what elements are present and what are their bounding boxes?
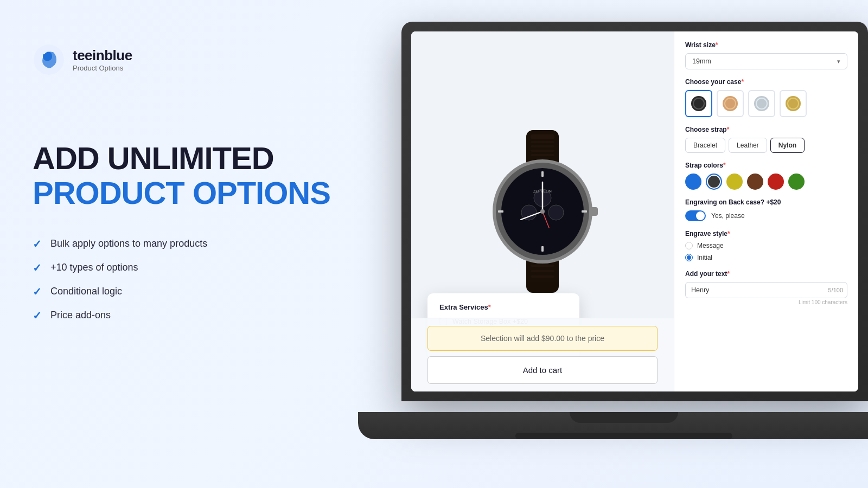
strap-label: Choose strap* [685, 126, 847, 133]
strap-colors-section: Strap colors* [685, 162, 847, 190]
options-panel: Wrist size* 19mm ▾ Choose your case* [674, 31, 858, 391]
wrist-size-value: 19mm [692, 57, 711, 65]
engraving-toggle[interactable] [685, 210, 706, 221]
case-label: Choose your case* [685, 78, 847, 86]
strap-section: Choose strap* Bracelet Leather Nylon [685, 126, 847, 153]
case-swatch-silver[interactable] [748, 90, 775, 117]
color-dot-red[interactable] [768, 174, 784, 190]
toggle-label: Yes, please [711, 212, 745, 220]
laptop-stand [515, 433, 732, 439]
svg-rect-4 [531, 145, 554, 147]
logo-icon [33, 43, 65, 76]
features-list: ✓ Bulk apply options to many products ✓ … [33, 237, 336, 322]
required-star: * [488, 303, 491, 311]
left-panel: teeinblue Product Options ADD UNLIMITED … [33, 43, 336, 322]
strap-btn-leather[interactable]: Leather [729, 138, 767, 153]
engrave-style-label: Engrave style* [685, 230, 847, 237]
check-icon: ✓ [33, 285, 42, 298]
feature-text: Bulk apply options to many products [50, 238, 207, 249]
color-dot-brown[interactable] [747, 174, 763, 190]
laptop-base [358, 412, 868, 439]
strap-color-row [685, 174, 847, 190]
radio-message[interactable]: Message [685, 242, 847, 249]
logo-area: teeinblue Product Options [33, 43, 336, 76]
svg-rect-26 [590, 207, 598, 216]
case-swatch-black[interactable] [685, 90, 712, 117]
svg-rect-3 [531, 141, 554, 143]
svg-point-16 [521, 205, 537, 220]
headline-line1: ADD UNLIMITED [33, 141, 336, 176]
toggle-knob [696, 211, 705, 220]
feature-text: Conditional logic [50, 286, 122, 297]
laptop-notch [570, 412, 678, 423]
headline-line2: PRODUCT OPTIONS [33, 176, 336, 210]
color-dot-green[interactable] [788, 174, 805, 190]
chevron-down-icon: ▾ [837, 58, 840, 65]
svg-rect-6 [531, 154, 554, 156]
svg-rect-20 [498, 210, 503, 213]
list-item: ✓ Conditional logic [33, 285, 336, 298]
toggle-row: Yes, please [685, 210, 847, 221]
check-icon: ✓ [33, 237, 42, 251]
engrave-style-section: Engrave style* Message Initial [685, 230, 847, 261]
svg-rect-18 [541, 171, 544, 177]
strap-btn-nylon[interactable]: Nylon [770, 138, 805, 153]
case-swatch-rose-gold[interactable] [717, 90, 744, 117]
engraving-label: Engraving on Back case? +$20 [685, 198, 847, 206]
bottom-actions: Selection will add $90.00 to the price A… [411, 318, 674, 391]
wrist-size-section: Wrist size* 19mm ▾ [685, 41, 847, 69]
radio-circle-initial[interactable] [685, 254, 693, 261]
engraving-section: Engraving on Back case? +$20 Yes, please [685, 198, 847, 221]
watch-image: ZEPPELIN [467, 125, 618, 298]
logo-title: teeinblue [73, 47, 132, 64]
strap-btn-bracelet[interactable]: Bracelet [685, 138, 725, 153]
case-swatch-row [685, 90, 847, 117]
laptop-screen-inner: ZEPPELIN Extra Services* Watch Storage B… [411, 31, 858, 391]
wrist-size-dropdown[interactable]: 19mm ▾ [685, 53, 847, 69]
svg-rect-5 [531, 150, 554, 152]
case-section: Choose your case* [685, 78, 847, 117]
svg-rect-21 [582, 210, 587, 213]
engrave-style-radio-group: Message Initial [685, 242, 847, 261]
char-limit: Limit 100 characters [685, 299, 847, 305]
check-icon: ✓ [33, 309, 42, 322]
laptop-screen-outer: ZEPPELIN Extra Services* Watch Storage B… [401, 22, 868, 401]
radio-initial-label: Initial [697, 254, 712, 261]
feature-text: +10 types of options [50, 262, 138, 273]
svg-rect-9 [531, 265, 554, 267]
radio-initial[interactable]: Initial [685, 254, 847, 261]
svg-rect-10 [531, 270, 554, 272]
feature-text: Price add-ons [50, 310, 111, 321]
radio-circle-message[interactable] [685, 242, 693, 249]
list-item: ✓ Price add-ons [33, 309, 336, 322]
radio-message-label: Message [697, 242, 724, 249]
char-count: 5/100 [828, 287, 843, 293]
price-banner: Selection will add $90.00 to the price [427, 326, 658, 351]
text-input-label: Add your text* [685, 270, 847, 278]
wrist-size-label: Wrist size* [685, 41, 847, 49]
strap-colors-label: Strap colors* [685, 162, 847, 169]
extra-services-title: Extra Services* [439, 303, 567, 311]
check-icon: ✓ [33, 261, 42, 274]
text-input-wrap: 5/100 [685, 282, 847, 298]
color-dot-yellow[interactable] [726, 174, 743, 190]
svg-rect-2 [531, 134, 554, 139]
list-item: ✓ Bulk apply options to many products [33, 237, 336, 251]
logo-text-area: teeinblue Product Options [73, 47, 132, 72]
laptop-container: ZEPPELIN Extra Services* Watch Storage B… [358, 22, 868, 466]
list-item: ✓ +10 types of options [33, 261, 336, 274]
engrave-text-input[interactable] [685, 282, 847, 298]
svg-rect-19 [541, 246, 544, 252]
svg-point-17 [548, 205, 564, 220]
svg-point-25 [540, 209, 545, 214]
color-dot-dark[interactable] [706, 174, 722, 190]
strap-btn-row: Bracelet Leather Nylon [685, 138, 847, 153]
color-dot-blue[interactable] [685, 174, 701, 190]
svg-rect-11 [531, 275, 554, 278]
add-to-cart-button[interactable]: Add to cart [427, 356, 658, 384]
logo-subtitle: Product Options [73, 64, 132, 72]
case-swatch-gold[interactable] [780, 90, 807, 117]
svg-text:ZEPPELIN: ZEPPELIN [533, 189, 552, 193]
text-input-section: Add your text* 5/100 Limit 100 character… [685, 270, 847, 305]
